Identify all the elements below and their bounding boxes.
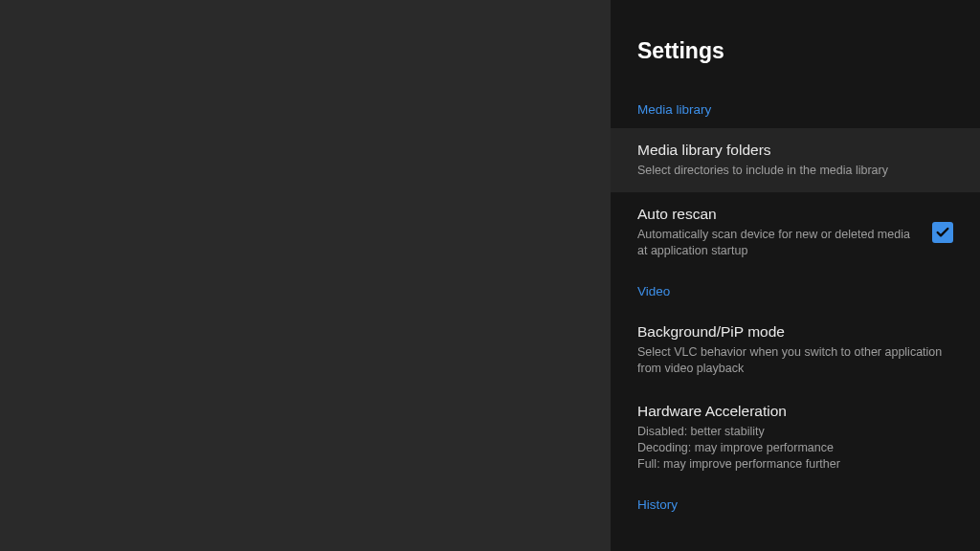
setting-description: Automatically scan device for new or del… [637, 227, 923, 259]
left-empty-panel [0, 0, 611, 551]
setting-description: Select directories to include in the med… [637, 163, 944, 179]
setting-title: Hardware Acceleration [637, 403, 944, 420]
setting-content: Background/PiP mode Select VLC behavior … [637, 323, 953, 377]
auto-rescan-checkbox[interactable] [932, 222, 953, 243]
section-header-media-library: Media library [611, 91, 980, 128]
setting-content: Auto rescan Automatically scan device fo… [637, 206, 932, 259]
setting-pip-mode[interactable]: Background/PiP mode Select VLC behavior … [611, 310, 980, 390]
setting-title: Auto rescan [637, 206, 923, 223]
setting-description: Select VLC behavior when you switch to o… [637, 344, 944, 377]
setting-media-library-folders[interactable]: Media library folders Select directories… [611, 128, 980, 192]
setting-content: Media library folders Select directories… [637, 142, 953, 179]
setting-title: Background/PiP mode [637, 323, 944, 341]
setting-hardware-acceleration[interactable]: Hardware Acceleration Disabled: better s… [611, 389, 980, 486]
settings-header: Settings [611, 0, 980, 91]
section-header-label: Media library [637, 102, 980, 117]
setting-description: Disabled: better stabilityDecoding: may … [637, 424, 944, 473]
settings-panel: Settings Media library Media library fol… [611, 0, 980, 551]
section-header-video: Video [611, 273, 980, 310]
setting-title: Media library folders [637, 142, 944, 159]
section-header-history: History [611, 486, 980, 523]
setting-auto-rescan[interactable]: Auto rescan Automatically scan device fo… [611, 192, 980, 273]
section-header-label: History [637, 497, 980, 512]
section-header-label: Video [637, 284, 980, 298]
check-icon [935, 225, 950, 240]
setting-content: Hardware Acceleration Disabled: better s… [637, 403, 953, 473]
settings-title: Settings [637, 38, 980, 64]
